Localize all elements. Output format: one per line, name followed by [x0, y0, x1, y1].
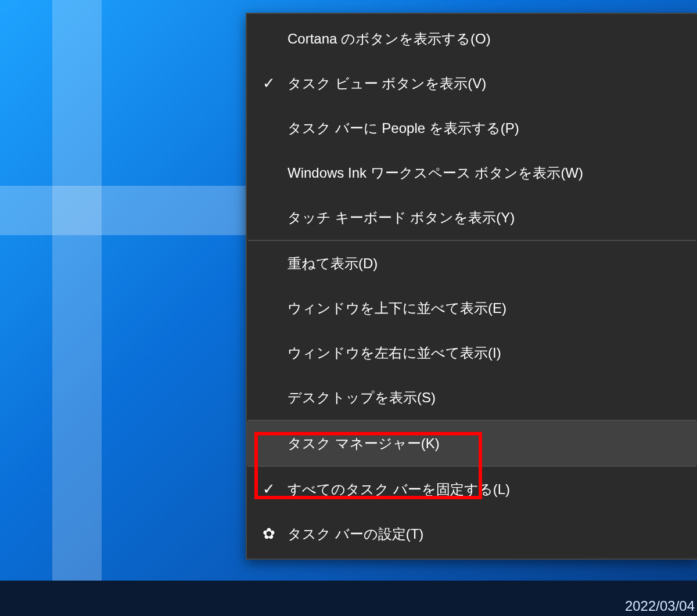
- menu-item-show-windows-ink-workspace-button[interactable]: Windows Ink ワークスペース ボタンを表示(W): [247, 150, 697, 195]
- menu-item-side-by-side-windows[interactable]: ウィンドウを左右に並べて表示(I): [247, 330, 697, 375]
- check-icon: ✓: [260, 74, 278, 92]
- menu-item-stack-windows[interactable]: ウィンドウを上下に並べて表示(E): [247, 286, 697, 330]
- menu-item-cascade-windows[interactable]: 重ねて表示(D): [247, 241, 697, 286]
- taskbar[interactable]: 2022/03/04: [0, 581, 697, 616]
- menu-item-label: タッチ キーボード ボタンを表示(Y): [288, 208, 515, 227]
- menu-item-label: ウィンドウを上下に並べて表示(E): [288, 299, 506, 318]
- menu-item-show-task-view-button[interactable]: ✓ タスク ビュー ボタンを表示(V): [247, 61, 697, 106]
- taskbar-context-menu: Cortana のボタンを表示する(O) ✓ タスク ビュー ボタンを表示(V)…: [246, 13, 697, 560]
- menu-item-label: デスクトップを表示(S): [288, 388, 436, 407]
- menu-item-show-people-on-taskbar[interactable]: タスク バーに People を表示する(P): [247, 106, 697, 150]
- taskbar-date[interactable]: 2022/03/04: [625, 598, 695, 614]
- menu-item-label: Cortana のボタンを表示する(O): [288, 30, 491, 48]
- menu-item-label: ウィンドウを左右に並べて表示(I): [288, 344, 501, 362]
- menu-item-label: すべてのタスク バーを固定する(L): [288, 480, 510, 499]
- check-icon: ✓: [260, 480, 278, 498]
- menu-item-lock-all-taskbars[interactable]: ✓ すべてのタスク バーを固定する(L): [247, 467, 697, 511]
- menu-item-label: タスク バーに People を表示する(P): [288, 119, 519, 138]
- menu-item-show-desktop[interactable]: デスクトップを表示(S): [247, 375, 697, 420]
- menu-item-label: タスク ビュー ボタンを表示(V): [288, 74, 486, 93]
- menu-item-label: タスク マネージャー(K): [288, 434, 440, 453]
- menu-item-label: Windows Ink ワークスペース ボタンを表示(W): [288, 164, 583, 182]
- gear-icon: ✿: [260, 525, 278, 543]
- menu-item-taskbar-settings[interactable]: ✿ タスク バーの設定(T): [247, 511, 697, 556]
- wallpaper-ray-vertical: [52, 0, 102, 581]
- menu-item-show-cortana-button[interactable]: Cortana のボタンを表示する(O): [247, 16, 697, 61]
- menu-item-label: タスク バーの設定(T): [288, 525, 423, 543]
- menu-item-show-touch-keyboard-button[interactable]: タッチ キーボード ボタンを表示(Y): [247, 195, 697, 240]
- menu-item-label: 重ねて表示(D): [288, 254, 378, 273]
- menu-item-task-manager[interactable]: タスク マネージャー(K): [247, 421, 697, 466]
